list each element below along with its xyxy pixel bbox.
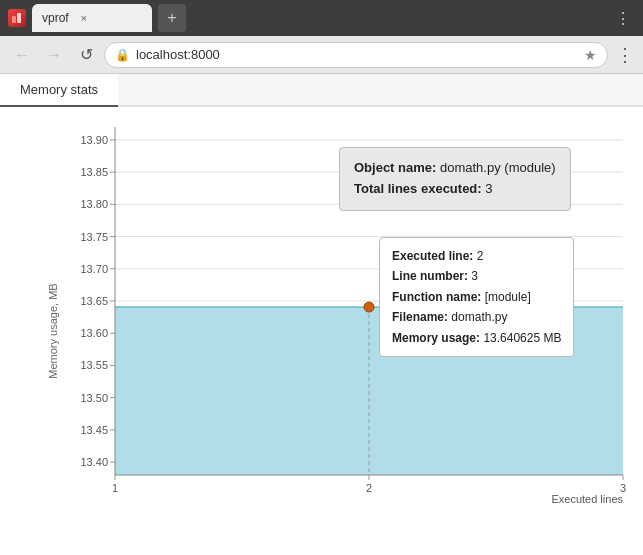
filename-label: Filename: [392, 310, 448, 324]
mem-usage-value: 13.640625 MB [483, 331, 561, 345]
address-lock-icon: 🔒 [115, 48, 130, 62]
page-content: Memory stats Memory usage, MB 13.9013.85… [0, 74, 643, 555]
y-axis-label: Memory usage, MB [47, 283, 59, 378]
svg-text:2: 2 [366, 482, 372, 494]
exec-line-value: 2 [477, 249, 484, 263]
address-text: localhost:8000 [136, 47, 578, 62]
back-button[interactable]: ← [8, 41, 36, 69]
line-num-value: 3 [471, 269, 478, 283]
svg-text:13.40: 13.40 [80, 456, 108, 468]
mem-usage-label: Memory usage: [392, 331, 480, 345]
filename-value: domath.py [451, 310, 507, 324]
tooltip-object-name-row: Object name: domath.py (module) [354, 158, 556, 179]
svg-text:13.70: 13.70 [80, 263, 108, 275]
svg-rect-1 [17, 13, 21, 23]
total-lines-value: 3 [485, 181, 492, 196]
svg-text:13.60: 13.60 [80, 327, 108, 339]
svg-rect-0 [12, 16, 16, 23]
svg-point-46 [364, 302, 374, 312]
svg-text:1: 1 [112, 482, 118, 494]
forward-button[interactable]: → [40, 41, 68, 69]
browser-titlebar: vprof × + ⋮ [0, 0, 643, 36]
func-name-label: Function name: [392, 290, 481, 304]
object-name-label: Object name: [354, 160, 436, 175]
line-num-label: Line number: [392, 269, 468, 283]
bookmark-star-icon[interactable]: ★ [584, 47, 597, 63]
address-bar[interactable]: 🔒 localhost:8000 ★ [104, 42, 608, 68]
svg-text:13.90: 13.90 [80, 134, 108, 146]
func-name-value: [module] [485, 290, 531, 304]
tooltip-datapoint-info: Executed line: 2 Line number: 3 Function… [379, 237, 574, 357]
svg-text:13.75: 13.75 [80, 231, 108, 243]
exec-line-label: Executed line: [392, 249, 473, 263]
svg-text:13.80: 13.80 [80, 198, 108, 210]
svg-text:13.50: 13.50 [80, 392, 108, 404]
svg-text:13.55: 13.55 [80, 359, 108, 371]
chart-container: Memory usage, MB 13.9013.8513.8013.7513.… [0, 107, 643, 555]
page-tab-bar: Memory stats [0, 74, 643, 107]
svg-text:Executed lines: Executed lines [551, 493, 623, 505]
chart-area: 13.9013.8513.8013.7513.7013.6513.6013.55… [65, 117, 633, 515]
svg-text:13.65: 13.65 [80, 295, 108, 307]
tab-memory-stats[interactable]: Memory stats [0, 74, 118, 107]
browser-menu-button[interactable]: ⋮ [611, 6, 635, 30]
svg-text:13.45: 13.45 [80, 424, 108, 436]
total-lines-label: Total lines executed: [354, 181, 482, 196]
toolbar-more-button[interactable]: ⋮ [616, 44, 635, 66]
browser-toolbar: ← → ↺ 🔒 localhost:8000 ★ ⋮ [0, 36, 643, 74]
browser-tab[interactable]: vprof × [32, 4, 152, 32]
new-tab-button[interactable]: + [158, 4, 186, 32]
browser-favicon [8, 9, 26, 27]
svg-text:13.85: 13.85 [80, 166, 108, 178]
object-name-value: domath.py (module) [440, 160, 556, 175]
reload-button[interactable]: ↺ [72, 41, 100, 69]
tab-close-button[interactable]: × [77, 11, 91, 25]
tooltip-total-lines-row: Total lines executed: 3 [354, 179, 556, 200]
tab-title: vprof [42, 11, 69, 25]
tooltip-module-info: Object name: domath.py (module) Total li… [339, 147, 571, 211]
